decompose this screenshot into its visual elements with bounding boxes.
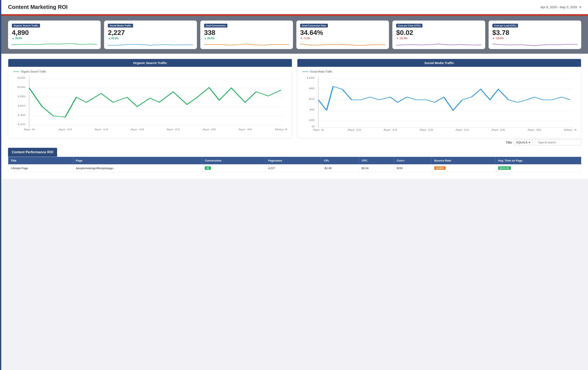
svg-text:140: 140 [17, 114, 25, 116]
svg-text:Apr 30: Apr 30 [527, 129, 541, 131]
conversions-badge: 80 [205, 166, 211, 170]
sparkline-container-0 [12, 41, 97, 47]
metric-label-4: Cost per Click (CPC) [396, 24, 422, 28]
svg-text:Apr 22: Apr 22 [166, 128, 180, 131]
svg-text:Apr 6: Apr 6 [313, 129, 324, 131]
organic-chart-title: Organic Search Traffic [8, 59, 292, 67]
col-cpl: CPL [321, 157, 359, 164]
col-conversions: Conversions [202, 157, 265, 164]
organic-legend-line [13, 72, 19, 72]
svg-text:100: 100 [306, 77, 315, 79]
filter-operator-value: EQUALS [516, 141, 527, 144]
date-range-selector[interactable]: Apr 6, 2020 - May 5, 2020 ▾ [541, 5, 581, 10]
cell-avg-time: 00:01:02 [495, 164, 581, 172]
organic-chart-svg: 220 200 180 160 140 120 Apr 6 Apr 10 Apr… [12, 75, 288, 134]
col-cpc: CPC [359, 157, 394, 164]
metric-label-3: Goal Conversion Rate [300, 24, 328, 28]
col-cost[interactable]: Cost [394, 157, 432, 164]
social-chart-body: Social Media Traffic 100 80 60 40 20 0 [297, 67, 581, 138]
metric-value-3: 34.64% [300, 29, 385, 36]
metric-value-4: $0.02 [396, 29, 481, 36]
organic-chart-legend: Organic Search Traffic [12, 70, 288, 73]
metric-value-5: $3.78 [492, 29, 578, 36]
svg-text:120: 120 [17, 123, 25, 126]
sparkline-3 [300, 41, 385, 47]
svg-text:40: 40 [309, 108, 315, 111]
cell-pageviews: 4,227 [265, 164, 321, 172]
col-bounce: Bounce Rate [432, 157, 495, 164]
sidebar-accent [0, 0, 1, 179]
metric-change-5: ▼ -13.5% [492, 37, 578, 40]
metric-change-2: ▲ 28.0% [204, 37, 289, 40]
table-section: Content Performance ROI Title EQUALS ▾ T… [1, 144, 588, 179]
metric-change-0: ▲ 38.6% [12, 37, 97, 40]
social-chart-legend: Social Media Traffic [301, 70, 578, 73]
svg-text:200: 200 [17, 86, 25, 88]
table-wrapper: Title Page Conversions Pageviews CPL CPC… [8, 157, 581, 172]
filter-label: Title [506, 141, 512, 144]
metric-value-0: 4,890 [12, 29, 97, 36]
metric-card-4: Cost per Click (CPC) $0.02 ▼ -21.0% [392, 21, 485, 49]
svg-text:Apr 26: Apr 26 [202, 128, 216, 131]
svg-text:60: 60 [309, 98, 315, 100]
cell-title: Lifestyle Page [8, 164, 74, 172]
col-title: Title [8, 157, 74, 164]
social-chart-card: Social Media Traffic Social Media Traffi… [297, 59, 581, 138]
table-row: Lifestyle Page /people/redesign/lifestyl… [8, 164, 581, 172]
metric-card-3: Goal Conversion Rate 34.64% ▼ -7.1% [296, 21, 389, 49]
social-chart-title: Social Media Traffic [297, 59, 581, 67]
metric-card-0: Organic Search Traffic 4,890 ▲ 38.6% [8, 21, 101, 49]
svg-text:Apr 30: Apr 30 [238, 128, 252, 131]
col-avg-time: Avg. Time on Page [495, 157, 581, 164]
search-input[interactable] [535, 139, 581, 145]
cell-page: /people/redesign/lifestyle/page... [73, 164, 202, 172]
table-header-row: Title Page Conversions Pageviews CPL CPC… [8, 157, 581, 164]
col-page: Page [73, 157, 202, 164]
sparkline-container-3 [300, 41, 385, 47]
bounce-badge: 43.68% [434, 166, 445, 170]
metrics-strip: Organic Search Traffic 4,890 ▲ 38.6% Soc… [1, 16, 588, 54]
metric-label-5: Cost per Lead (CPL) [492, 24, 518, 28]
svg-text:May 4: May 4 [275, 128, 287, 131]
chevron-down-icon: ▾ [579, 5, 581, 10]
svg-text:Apr 18: Apr 18 [130, 128, 144, 131]
svg-text:Apr 26: Apr 26 [492, 129, 505, 131]
metric-card-2: Goal Conversions 338 ▲ 28.0% [200, 21, 293, 49]
svg-text:80: 80 [309, 87, 315, 90]
cell-conversions: 80 [202, 164, 265, 172]
svg-text:Apr 10: Apr 10 [58, 128, 72, 131]
metric-card-1: Social Media Traffic 2,227 ▲ 26.0% [104, 21, 197, 49]
sparkline-container-1 [108, 41, 193, 47]
metric-value-1: 2,227 [108, 29, 193, 36]
metric-card-5: Cost per Lead (CPL) $3.78 ▼ -13.5% [489, 21, 581, 49]
social-legend-line [303, 72, 308, 72]
cell-cost: $150 [394, 164, 432, 172]
sparkline-container-4 [396, 41, 481, 47]
metric-label-1: Social Media Traffic [108, 24, 133, 28]
svg-text:0: 0 [312, 125, 315, 128]
metrics-row: Organic Search Traffic 4,890 ▲ 38.6% Soc… [8, 21, 581, 49]
sparkline-1 [108, 41, 193, 47]
sparkline-0 [12, 41, 97, 47]
social-legend-label: Social Media Traffic [310, 70, 332, 73]
svg-text:160: 160 [17, 104, 25, 107]
organic-legend-label: Organic Search Traffic [21, 70, 46, 73]
metric-change-3: ▼ -7.1% [300, 37, 385, 40]
svg-text:Apr 6: Apr 6 [24, 128, 35, 131]
table-title: Content Performance ROI [8, 148, 57, 157]
sparkline-2 [204, 41, 289, 47]
sparkline-5 [492, 41, 578, 47]
svg-text:Apr 14: Apr 14 [383, 129, 397, 131]
svg-text:Apr 22: Apr 22 [455, 129, 469, 131]
cell-cpc: $0.04 [359, 164, 394, 172]
organic-chart-card: Organic Search Traffic Organic Search Tr… [8, 59, 292, 138]
metric-value-2: 338 [204, 29, 289, 36]
svg-text:220: 220 [17, 77, 25, 79]
sparkline-4 [396, 41, 481, 47]
filter-operator-select[interactable]: EQUALS ▾ [514, 139, 533, 145]
metric-change-4: ▼ -21.0% [396, 37, 481, 40]
cell-cpl: -$1.69 [321, 164, 359, 172]
organic-chart-body: Organic Search Traffic 220 200 180 160 1… [8, 67, 292, 138]
svg-text:20: 20 [309, 119, 315, 121]
svg-text:Apr 18: Apr 18 [420, 129, 433, 131]
